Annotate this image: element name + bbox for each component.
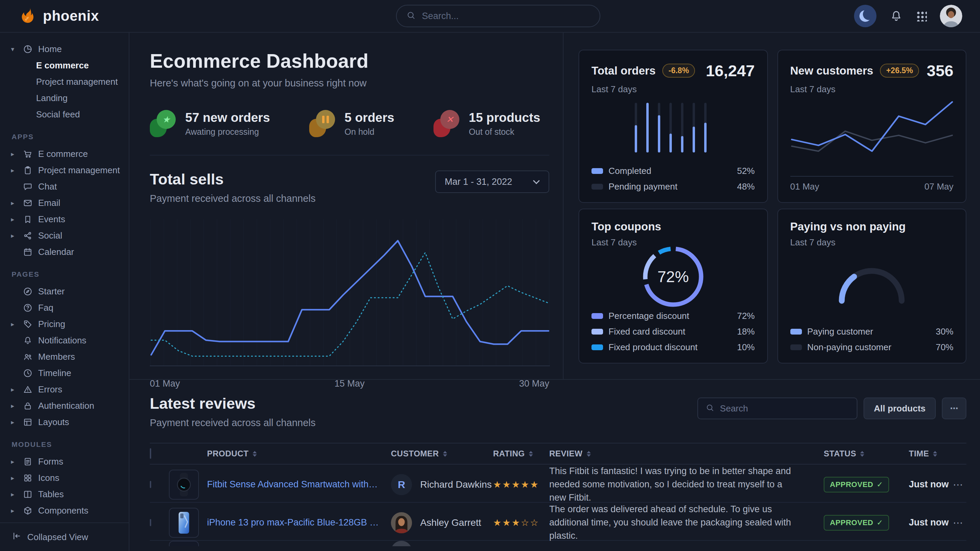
sidebar-item-ecommerce-app[interactable]: ▸ E commerce xyxy=(8,146,122,162)
pie-chart-icon xyxy=(21,44,34,54)
sidebar-menu: ▾ Home E commerce Project management Lan… xyxy=(0,41,129,522)
sidebar-item-faq[interactable]: Faq xyxy=(8,300,122,316)
caret-right-icon: ▸ xyxy=(8,167,17,174)
form-file-icon xyxy=(21,457,34,467)
caret-right-icon: ▸ xyxy=(8,402,17,410)
section-pages: PAGES xyxy=(11,270,122,278)
notifications-button[interactable] xyxy=(889,9,903,23)
collapse-arrow-icon xyxy=(11,531,22,543)
envelope-icon xyxy=(21,198,34,208)
sidebar-item-layouts[interactable]: ▸ Layouts xyxy=(8,414,122,430)
sidebar-item-starter[interactable]: Starter xyxy=(8,283,122,300)
sidebar-item-project-management-home[interactable]: Project management xyxy=(8,73,122,90)
sidebar-item-social[interactable]: ▸ Social xyxy=(8,227,122,244)
sort-icon xyxy=(587,451,591,457)
search-input[interactable] xyxy=(422,11,590,21)
sidebar-item-components[interactable]: ▸ Components xyxy=(8,502,122,519)
row-checkbox[interactable] xyxy=(150,519,151,526)
sort-icon xyxy=(933,451,937,457)
product-thumbnail[interactable] xyxy=(169,541,199,546)
column-rating[interactable]: RATING xyxy=(493,449,549,459)
caret-right-icon: ▸ xyxy=(8,507,17,514)
kpi-cards: Total orders -6.8% 16,247 Last 7 days Co… xyxy=(563,33,980,379)
caret-right-icon: ▸ xyxy=(8,199,17,207)
stat-out-of-stock: ✕ 15 productsOut of stock xyxy=(433,110,540,137)
global-search[interactable] xyxy=(396,5,600,27)
column-status[interactable]: STATUS xyxy=(824,449,909,459)
sidebar-item-project-management-app[interactable]: ▸ Project management xyxy=(8,162,122,178)
apps-grid-button[interactable] xyxy=(916,11,927,21)
reviews-search-input[interactable] xyxy=(720,403,849,414)
theme-toggle-button[interactable] xyxy=(854,5,877,27)
stat-new-orders: ★ 57 new ordersAwating processing xyxy=(150,110,270,137)
tag-icon xyxy=(21,319,34,329)
select-all-checkbox[interactable] xyxy=(150,448,151,459)
status-badge: APPROVED✓ xyxy=(824,477,889,492)
caret-right-icon: ▸ xyxy=(8,150,17,158)
bookmark-icon xyxy=(21,214,34,224)
reviews-subtitle: Payment received across all channels xyxy=(150,417,316,429)
bell-icon xyxy=(21,335,34,345)
column-review[interactable]: REVIEW xyxy=(549,449,824,459)
sidebar-item-authentication[interactable]: ▸ Authentication xyxy=(8,397,122,414)
dashboard-overview: Ecommerce Dashboard Here's what's going … xyxy=(129,33,563,379)
caret-right-icon: ▸ xyxy=(8,491,17,498)
warning-triangle-icon xyxy=(21,384,34,394)
top-navbar: phoenix xyxy=(0,0,980,33)
product-thumbnail-iphone[interactable] xyxy=(169,508,199,538)
new-customers-card: New customers +26.5% 356 Last 7 days 01 … xyxy=(777,50,967,203)
main-content: Ecommerce Dashboard Here's what's going … xyxy=(129,33,980,551)
sidebar-item-email[interactable]: ▸ Email xyxy=(8,195,122,211)
avatar-photo xyxy=(391,512,412,533)
reviews-search[interactable] xyxy=(697,397,858,419)
column-time[interactable]: TIME xyxy=(909,449,950,459)
collapse-sidebar-button[interactable]: Collapsed View xyxy=(0,522,129,551)
customer-cell[interactable]: Ashley Garrett xyxy=(391,512,493,533)
product-link[interactable]: iPhone 13 pro max-Pacific Blue-128GB sto… xyxy=(207,517,391,528)
profile-avatar[interactable] xyxy=(940,5,962,27)
sidebar-item-icons[interactable]: ▸ Icons xyxy=(8,470,122,486)
new-orders-icon: ★ xyxy=(150,110,176,137)
all-products-button[interactable]: All products xyxy=(864,397,936,419)
sidebar-item-events[interactable]: ▸ Events xyxy=(8,211,122,227)
brand[interactable]: phoenix xyxy=(19,6,99,25)
row-actions-button[interactable]: ⋯ xyxy=(950,478,966,491)
product-link[interactable]: Fitbit Sense Advanced Smartwatch with To… xyxy=(207,479,391,490)
legend-percentage-discount: Percentage discount 72% xyxy=(592,311,755,321)
row-checkbox[interactable] xyxy=(150,481,151,488)
reviews-table: PRODUCT CUSTOMER RATING REVIEW STATUS TI… xyxy=(150,443,966,546)
sidebar-item-social-feed[interactable]: Social feed xyxy=(8,106,122,122)
sidebar-item-timeline[interactable]: Timeline xyxy=(8,365,122,381)
more-actions-button[interactable]: ⋯ xyxy=(942,397,966,419)
latest-reviews-section: Latest reviews Payment received across a… xyxy=(129,380,980,551)
sidebar-item-landing[interactable]: Landing xyxy=(8,90,122,106)
total-orders-chart xyxy=(592,95,755,160)
sidebar-item-errors[interactable]: ▸ Errors xyxy=(8,381,122,397)
customer-cell[interactable]: R Richard Dawkins xyxy=(391,474,493,495)
caret-right-icon: ▸ xyxy=(8,474,17,482)
column-product[interactable]: PRODUCT xyxy=(207,449,391,459)
row-actions-button[interactable]: ⋯ xyxy=(950,517,966,529)
sidebar-item-notifications[interactable]: Notifications xyxy=(8,332,122,348)
sidebar-item-forms[interactable]: ▸ Forms xyxy=(8,453,122,470)
sidebar-item-ecommerce-home[interactable]: E commerce xyxy=(8,57,122,73)
sidebar-item-home[interactable]: ▾ Home xyxy=(8,41,122,57)
search-icon xyxy=(406,11,416,21)
legend-non-paying: Non-paying customer 70% xyxy=(790,342,954,353)
avatar-initial: R xyxy=(391,474,412,495)
sidebar-item-members[interactable]: Members xyxy=(8,348,122,365)
sidebar-item-calendar[interactable]: Calendar xyxy=(8,244,122,260)
column-customer[interactable]: CUSTOMER xyxy=(391,449,493,459)
sidebar-item-pricing[interactable]: ▸ Pricing xyxy=(8,316,122,332)
total-orders-card: Total orders -6.8% 16,247 Last 7 days Co… xyxy=(579,50,768,203)
date-range-select[interactable]: Mar 1 - 31, 2022 xyxy=(435,170,549,193)
sidebar-item-chat[interactable]: Chat xyxy=(8,178,122,195)
users-icon xyxy=(21,352,34,362)
sidebar-item-tables[interactable]: ▸ Tables xyxy=(8,486,122,502)
status-badge: APPROVED✓ xyxy=(824,515,889,530)
new-customers-chart xyxy=(790,95,954,175)
product-thumbnail-smartwatch[interactable] xyxy=(169,470,199,500)
table-header: PRODUCT CUSTOMER RATING REVIEW STATUS TI… xyxy=(150,443,966,465)
paying-vs-nonpaying-card: Paying vs non paying Last 7 days Paying … xyxy=(777,209,967,364)
question-circle-icon xyxy=(21,303,34,313)
